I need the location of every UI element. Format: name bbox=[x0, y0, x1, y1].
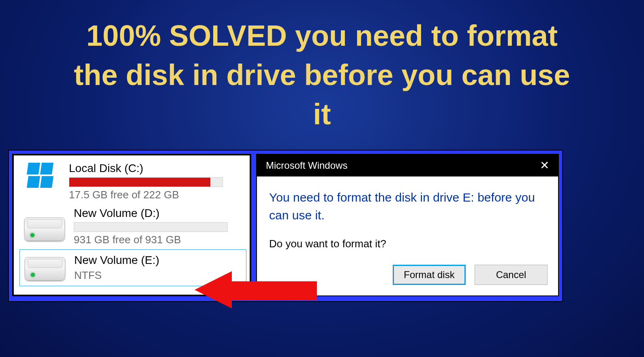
usage-bar bbox=[69, 177, 223, 187]
close-icon[interactable]: ✕ bbox=[540, 160, 549, 171]
dialog-instruction: You need to format the disk in drive E: … bbox=[269, 189, 548, 224]
drive-free-text: 931 GB free of 931 GB bbox=[74, 234, 244, 246]
disk-icon bbox=[25, 257, 65, 280]
format-disk-button[interactable]: Format disk bbox=[393, 265, 466, 285]
headline: 100% SOLVED you need to format the disk … bbox=[0, 0, 644, 147]
windows-logo-icon bbox=[28, 163, 53, 188]
usage-fill bbox=[69, 178, 210, 187]
cancel-button[interactable]: Cancel bbox=[475, 265, 548, 285]
dialog-title-bar: Microsoft Windows ✕ bbox=[257, 155, 558, 176]
usage-bar bbox=[74, 222, 228, 232]
panels-row: Local Disk (C:) 17.5 GB free of 222 GB N… bbox=[8, 150, 563, 302]
format-dialog: Microsoft Windows ✕ You need to format t… bbox=[256, 154, 559, 296]
drive-name: Local Disk (C:) bbox=[69, 162, 244, 175]
drives-panel: Local Disk (C:) 17.5 GB free of 222 GB N… bbox=[12, 154, 251, 296]
drive-name: New Volume (D:) bbox=[74, 207, 244, 220]
dialog-question: Do you want to format it? bbox=[269, 238, 548, 250]
drive-item-e[interactable]: New Volume (E:) NTFS bbox=[19, 249, 246, 286]
drive-item-d[interactable]: New Volume (D:) 931 GB free of 931 GB bbox=[24, 204, 244, 249]
disk-icon bbox=[24, 217, 65, 241]
drive-item-c[interactable]: Local Disk (C:) 17.5 GB free of 222 GB bbox=[24, 159, 244, 204]
drive-name: New Volume (E:) bbox=[74, 254, 244, 267]
drive-free-text: 17.5 GB free of 222 GB bbox=[69, 189, 244, 201]
drive-fs: NTFS bbox=[74, 269, 244, 282]
dialog-title: Microsoft Windows bbox=[266, 160, 347, 171]
